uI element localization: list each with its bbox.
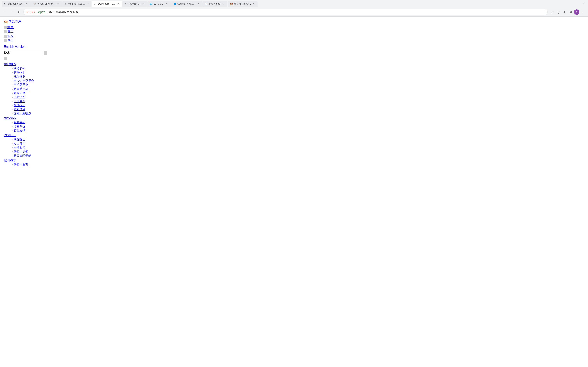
submenu-bullet-icon: ○ — [12, 147, 13, 149]
tab-close-button[interactable]: × — [25, 2, 28, 5]
submenu-link[interactable]: 学校简介 — [14, 67, 25, 70]
browser-tab-6[interactable]: 🌐127.0.0.1× — [147, 1, 171, 7]
submenu-bullet-icon: ○ — [12, 72, 13, 74]
browser-tab-4[interactable]: ↓Downloads - V…× — [92, 1, 122, 7]
tab-close-button[interactable]: × — [165, 2, 168, 5]
menu-submenu: ○学校简介○管理体制○现任领导○学位评定委员会○学术委员会○教学委员会○管理支撑… — [12, 67, 584, 115]
submenu-bullet-icon: ○ — [12, 130, 13, 132]
list-item: ○专任教师 — [12, 146, 584, 150]
submenu-link[interactable]: 研究生导师 — [14, 150, 28, 154]
menu-section-title[interactable]: 师资队伍 — [4, 133, 584, 137]
tab-favicon: 🦈 — [34, 2, 36, 5]
bookmark-button[interactable]: ☆ — [549, 9, 554, 15]
profile-menu-button[interactable]: ⊞ — [568, 9, 573, 15]
nav-link-校友[interactable]: 校友 — [4, 34, 584, 38]
new-tab-button[interactable]: + — [581, 1, 587, 7]
menu-section-title[interactable]: 学校概况 — [4, 62, 584, 67]
tab-close-button[interactable]: × — [86, 2, 89, 5]
list-item: ○校情统计 — [12, 103, 584, 107]
submenu-link[interactable]: 教育管理干部 — [14, 154, 31, 158]
submenu-link[interactable]: 管理支撑 — [14, 129, 25, 133]
browser-tab-3[interactable]: ▶vlc下载 - Goo…× — [62, 1, 91, 7]
address-rest: 10.37.129.41/dir/index.html — [45, 10, 78, 14]
site-logo-link[interactable]: 🏫 信息门户 — [4, 20, 21, 24]
browser-tab-8[interactable]: 📄lec9_4p.pdf× — [202, 1, 227, 7]
address-bar[interactable]: ⚠ 不安全 https://10.37.129.41/dir/index.htm… — [23, 9, 548, 15]
submenu-link[interactable]: 管理体制 — [14, 71, 25, 75]
tab-favicon: ↓ — [94, 2, 97, 5]
tab-close-button[interactable]: × — [252, 2, 255, 5]
browser-tab-2[interactable]: 🦈WireShark查看…× — [31, 1, 62, 7]
submenu-link[interactable]: 专任教师 — [14, 146, 25, 150]
tab-title: 通过抓包分析… — [8, 2, 24, 6]
address-text: https://10.37.129.41/dir/index.html — [37, 10, 545, 14]
screenshot-button[interactable]: ⬚ — [555, 9, 561, 15]
menu-section: 学校概况○学校简介○管理体制○现任领导○学位评定委员会○学术委员会○教学委员会○… — [4, 62, 584, 115]
list-item: ○历史沿革 — [12, 95, 584, 99]
submenu-bullet-icon: ○ — [12, 121, 13, 124]
list-item: ○管理体制 — [12, 71, 584, 75]
tab-close-button[interactable]: × — [222, 2, 225, 5]
list-item: ○两院院士 — [12, 138, 584, 141]
page-content: 🏫 信息门户 学生教工校友考生 English Version 搜索 学校概况○… — [0, 17, 588, 170]
submenu-link[interactable]: 培养单位 — [14, 125, 25, 128]
submenu-link[interactable]: 研究生教育 — [14, 163, 28, 167]
site-small-icon — [4, 58, 7, 60]
submenu-link[interactable]: 国科大新视点 — [14, 112, 31, 115]
submenu-bullet-icon: ○ — [12, 76, 13, 78]
submenu-link[interactable]: 学术委员会 — [14, 83, 28, 87]
forward-button[interactable]: → — [9, 9, 15, 15]
tab-bar: ●通过抓包分析…×🦈WireShark查看…×▶vlc下载 - Goo…×↓Do… — [0, 0, 588, 8]
nav-link-text: 校友 — [7, 34, 14, 38]
学生-icon — [4, 26, 7, 29]
search-input[interactable] — [11, 51, 42, 55]
site-header: 🏫 信息门户 — [4, 20, 584, 24]
download-button[interactable]: ⬇ — [562, 9, 567, 15]
nav-link-text: 教工 — [7, 30, 14, 34]
menu-section-title[interactable]: 组织机构 — [4, 116, 584, 120]
search-submit-icon[interactable] — [43, 51, 47, 55]
browser-tab-5[interactable]: ✦公式识别…× — [122, 1, 147, 7]
list-item: ○国科大新视点 — [12, 112, 584, 115]
tab-close-button[interactable]: × — [142, 2, 145, 5]
submenu-link[interactable]: 管理支撑 — [14, 91, 25, 95]
submenu-link[interactable]: 校园导游 — [14, 108, 25, 111]
submenu-link[interactable]: 现任领导 — [14, 75, 25, 79]
submenu-link[interactable]: 校情统计 — [14, 103, 25, 107]
submenu-link[interactable]: 历任领导 — [14, 100, 25, 103]
logo-icon: 🏫 — [4, 20, 8, 24]
submenu-link[interactable]: 杰出青年 — [14, 142, 25, 145]
list-item: ○学校简介 — [12, 67, 584, 70]
nav-link-学生[interactable]: 学生 — [4, 25, 584, 29]
tab-close-button[interactable]: × — [197, 2, 200, 5]
menu-section-title[interactable]: 教育教学 — [4, 158, 584, 163]
submenu-bullet-icon: ○ — [12, 151, 13, 153]
browser-tab-7[interactable]: 📘Course : 图像&…× — [171, 1, 202, 7]
submenu-bullet-icon: ○ — [12, 67, 13, 70]
submenu-link[interactable]: 教学委员会 — [14, 87, 28, 91]
list-item: ○院系中心 — [12, 121, 584, 124]
list-item: ○杰出青年 — [12, 142, 584, 145]
reload-button[interactable]: ↻ — [16, 9, 22, 15]
submenu-link[interactable]: 院系中心 — [14, 121, 25, 124]
profile-avatar[interactable]: A — [574, 9, 579, 15]
english-version-link[interactable]: English Version — [4, 45, 584, 49]
tab-title: lec9_4p.pdf — [209, 2, 221, 5]
submenu-link[interactable]: 两院院士 — [14, 138, 25, 141]
submenu-bullet-icon: ○ — [12, 138, 13, 141]
menu-button[interactable]: ⋮ — [580, 9, 586, 15]
list-item: ○学术委员会 — [12, 83, 584, 87]
tab-close-button[interactable]: × — [56, 2, 60, 5]
nav-link-教工[interactable]: 教工 — [4, 30, 584, 34]
nav-link-考生[interactable]: 考生 — [4, 39, 584, 43]
back-button[interactable]: ← — [2, 9, 8, 15]
browser-tab-9[interactable]: 🏫首页-中国科学…× — [228, 1, 258, 7]
tab-title: Course : 图像&… — [177, 2, 195, 6]
submenu-bullet-icon: ○ — [12, 125, 13, 128]
submenu-link[interactable]: 历史沿革 — [14, 95, 25, 99]
submenu-link[interactable]: 学位评定委员会 — [14, 79, 34, 83]
tab-close-button[interactable]: × — [117, 2, 120, 5]
考生-icon — [4, 39, 7, 42]
tab-title: 首页-中国科学… — [234, 2, 251, 6]
browser-tab-1[interactable]: ●通过抓包分析…× — [1, 1, 31, 7]
